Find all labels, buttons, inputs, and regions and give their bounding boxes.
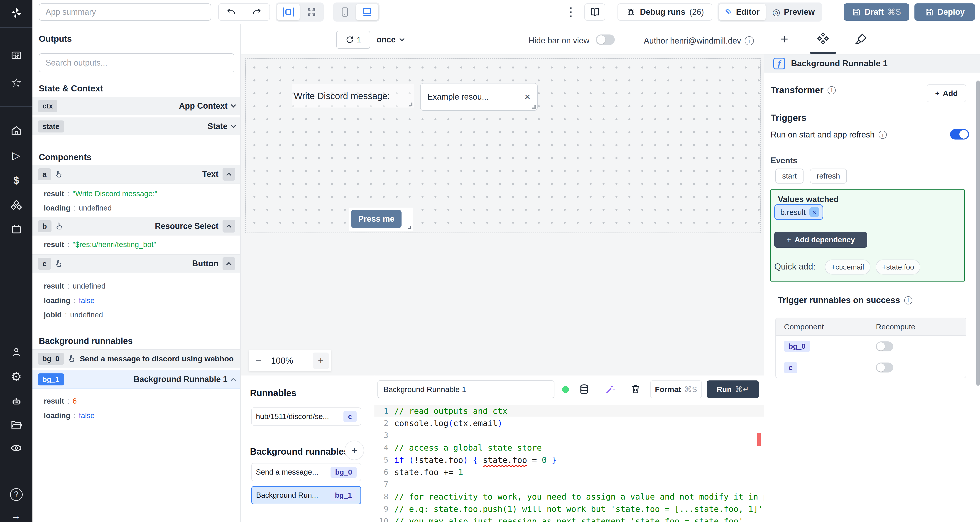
code-line: 7: [374, 478, 764, 490]
editor-toolbar: Format ⌘S Run ⌘↵: [374, 376, 764, 403]
format-shortcut: ⌘S: [684, 385, 697, 394]
zoom-out-icon[interactable]: −: [255, 355, 261, 366]
debug-runs-button[interactable]: Debug runs (26): [617, 3, 712, 21]
refresh-count-button[interactable]: 1: [336, 30, 370, 49]
settings-gear-icon[interactable]: ⚙: [0, 369, 32, 385]
user-icon[interactable]: [0, 344, 32, 360]
preview-eye-icon: ◎: [772, 7, 780, 17]
paintbrush-icon: [855, 33, 867, 45]
docs-book-button[interactable]: [584, 3, 605, 21]
bg1-runnable-card-selected[interactable]: Background Run... bg_1: [251, 486, 361, 504]
run-on-start-label: Run on start and app refresh: [771, 130, 875, 140]
add-transformer-button[interactable]: + Add: [927, 84, 966, 102]
center-layout-button[interactable]: [277, 4, 300, 20]
tab-preview[interactable]: ◎ Preview: [767, 4, 821, 20]
resize-handle[interactable]: [532, 105, 536, 109]
resize-handle[interactable]: [409, 103, 412, 106]
resize-handle[interactable]: [408, 226, 411, 229]
resource-select-component-b[interactable]: Example resou... ×: [420, 83, 538, 111]
ai-wand-icon[interactable]: [605, 384, 616, 395]
delete-trash-icon[interactable]: [630, 384, 641, 395]
dollar-icon[interactable]: $: [0, 172, 32, 188]
code-line: 10// you may also just reassign as next …: [374, 515, 764, 522]
favorites-star-icon[interactable]: ☆: [0, 75, 32, 91]
hub-runnable-card[interactable]: hub/1511/discord/se... c: [251, 407, 361, 426]
chevron-down-icon: [231, 102, 236, 108]
remove-watched-icon[interactable]: ×: [810, 207, 819, 217]
watched-value-chip[interactable]: b.result ×: [774, 204, 823, 220]
tab-component-settings[interactable]: [814, 30, 832, 48]
right-panel-scrollbar[interactable]: [976, 81, 980, 386]
save-icon: [852, 8, 861, 17]
chevron-up-icon: [226, 262, 232, 267]
editor-preview-toggle: ✎ Editor ◎ Preview: [718, 3, 822, 22]
component-a-header[interactable]: a Text: [32, 165, 241, 183]
more-menu-icon[interactable]: ⋮: [565, 5, 578, 19]
collapse-button[interactable]: [223, 220, 235, 232]
schedule-dropdown[interactable]: once: [377, 30, 404, 49]
output-field: result:undefined: [44, 282, 105, 290]
info-icon[interactable]: i: [745, 36, 754, 45]
bug-icon: [626, 7, 636, 17]
clear-selection-icon[interactable]: ×: [525, 91, 530, 103]
format-label: Format: [655, 385, 681, 394]
expand-layout-button[interactable]: [301, 4, 322, 20]
transformer-header: Transformer i: [771, 85, 836, 95]
press-me-button[interactable]: Press me: [351, 210, 401, 228]
undo-button[interactable]: [219, 4, 244, 20]
button-component-c-cell[interactable]: Press me: [349, 208, 413, 231]
output-field: result:"$res:u/henri/testing_bot": [44, 240, 156, 249]
format-button[interactable]: Format ⌘S: [650, 380, 702, 398]
desktop-view-button[interactable]: [356, 4, 378, 20]
folders-icon[interactable]: [0, 417, 32, 433]
add-bg-runnable-button[interactable]: +: [345, 441, 364, 460]
desktop-icon: [362, 7, 372, 17]
search-outputs-input[interactable]: [39, 53, 234, 72]
collapse-button[interactable]: [223, 168, 235, 181]
database-icon[interactable]: [579, 384, 590, 395]
center-layout-icon: [283, 8, 294, 17]
tab-editor[interactable]: ✎ Editor: [719, 4, 765, 20]
runnable-name-input[interactable]: [377, 380, 554, 398]
deploy-button[interactable]: Deploy: [915, 3, 975, 21]
hide-bar-toggle[interactable]: [596, 35, 615, 45]
chevron-down-icon: [231, 123, 236, 128]
tab-add-component[interactable]: +: [775, 30, 793, 48]
bg0-runnable-card[interactable]: Send a message... bg_0: [251, 463, 361, 481]
app-summary-input[interactable]: [39, 3, 211, 21]
collapse-arrow-icon[interactable]: →: [0, 508, 32, 522]
mobile-view-button[interactable]: [335, 4, 355, 20]
add-dependency-button[interactable]: + Add dependency: [774, 232, 867, 248]
quick-add-ctx-email[interactable]: +ctx.email: [825, 259, 870, 274]
run-on-start-toggle[interactable]: [950, 129, 969, 140]
run-button[interactable]: Run ⌘↵: [707, 380, 759, 398]
windmill-logo-icon[interactable]: [0, 5, 32, 21]
collapse-button[interactable]: [223, 257, 235, 270]
text-component-a[interactable]: Write Discord message:: [292, 84, 414, 108]
recompute-toggle[interactable]: [876, 363, 893, 372]
ctx-row[interactable]: ctx App Context: [32, 97, 241, 115]
help-icon[interactable]: ?: [0, 487, 32, 503]
component-b-header[interactable]: b Resource Select: [32, 217, 241, 236]
apps-grid-icon[interactable]: [0, 48, 32, 63]
selected-runnable-title: Background Runnable 1: [791, 59, 888, 68]
draft-button[interactable]: Draft ⌘S: [844, 3, 909, 21]
bg0-header[interactable]: bg_0 Send a message to discord using web…: [32, 349, 241, 368]
code-area[interactable]: 1// read outputs and ctx 2console.log(ct…: [374, 403, 764, 522]
redo-button[interactable]: [244, 4, 269, 20]
resources-cubes-icon[interactable]: [0, 197, 32, 213]
quick-add-state-foo[interactable]: +state.foo: [876, 259, 920, 274]
bg1-header[interactable]: bg_1 Background Runnable 1: [32, 370, 241, 388]
audit-eye-icon[interactable]: [0, 440, 32, 456]
device-toggle-group: [333, 3, 380, 22]
home-icon[interactable]: [0, 123, 32, 138]
editor-label: Editor: [736, 7, 760, 17]
schedules-calendar-icon[interactable]: [0, 221, 32, 237]
workers-robot-icon[interactable]: [0, 394, 32, 409]
recompute-toggle[interactable]: [876, 341, 893, 352]
component-c-header[interactable]: c Button: [32, 254, 241, 273]
zoom-in-icon[interactable]: +: [313, 353, 329, 369]
tab-theme-brush[interactable]: [852, 30, 870, 48]
runs-play-icon[interactable]: ▷: [0, 148, 32, 163]
state-row[interactable]: state State: [32, 118, 241, 135]
